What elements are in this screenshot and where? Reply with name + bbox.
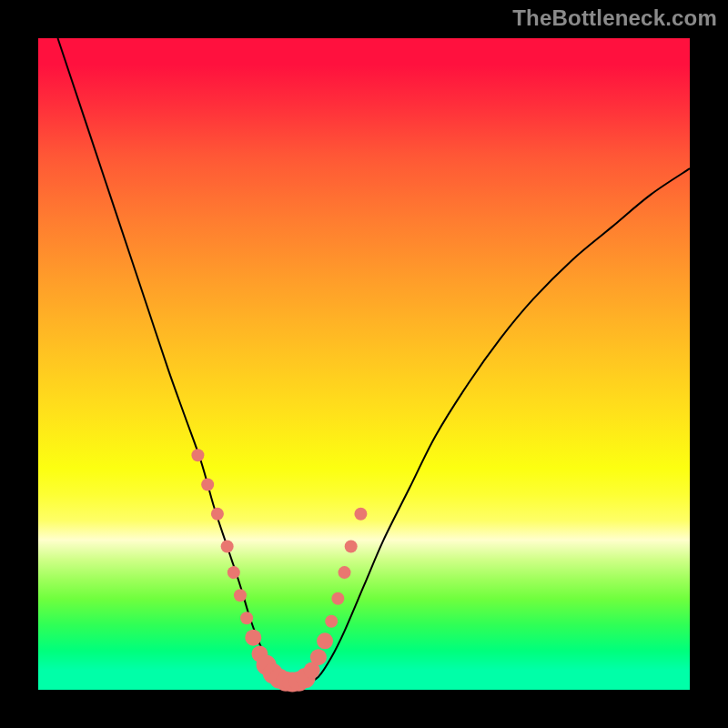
highlighted-dot bbox=[339, 566, 351, 579]
highlighted-dot bbox=[221, 540, 234, 552]
highlighted-dots-group bbox=[191, 449, 367, 692]
highlighted-dot bbox=[201, 478, 214, 490]
highlighted-dot bbox=[345, 540, 358, 552]
watermark-text: TheBottleneck.com bbox=[512, 5, 717, 31]
curve-svg-layer bbox=[38, 38, 690, 690]
highlighted-dot bbox=[245, 630, 261, 646]
highlighted-dot bbox=[331, 592, 344, 605]
highlighted-dot bbox=[228, 566, 240, 579]
highlighted-dot bbox=[310, 649, 327, 665]
highlighted-dot bbox=[317, 632, 333, 649]
highlighted-dot bbox=[325, 615, 338, 628]
highlighted-dot bbox=[211, 508, 224, 521]
highlighted-dot bbox=[234, 589, 247, 602]
highlighted-dot bbox=[240, 612, 253, 624]
bottleneck-curve bbox=[57, 38, 690, 684]
highlighted-dot bbox=[354, 508, 367, 521]
highlighted-dot bbox=[191, 449, 204, 461]
chart-container: TheBottleneck.com bbox=[0, 0, 728, 728]
